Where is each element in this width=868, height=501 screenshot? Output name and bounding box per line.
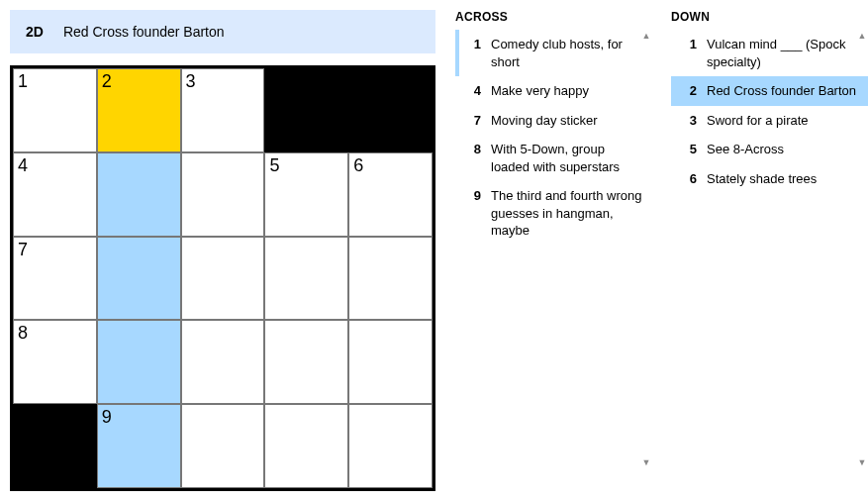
cell-number: 3 (186, 71, 196, 92)
grid-cell[interactable]: 5 (264, 152, 348, 237)
cell-number: 7 (18, 240, 28, 260)
cell-number: 8 (18, 323, 28, 344)
cell-number: 5 (269, 155, 279, 176)
clue-text: Sword for a pirate (707, 112, 861, 130)
grid-cell[interactable]: 2 (97, 68, 181, 152)
across-title: ACROSS (455, 10, 653, 24)
grid-cell[interactable]: 8 (13, 320, 97, 404)
clue-lists: ACROSS ▲ ▼ 1Comedy club hosts, for short… (455, 10, 868, 470)
clue-number: 7 (465, 112, 481, 130)
current-clue-text: Red Cross founder Barton (63, 24, 225, 40)
clue-text: Comedy club hosts, for short (491, 36, 645, 70)
clue-text: Stately shade trees (707, 170, 861, 188)
cell-number: 4 (18, 155, 28, 176)
grid-cell (13, 404, 97, 488)
clue-item[interactable]: 4Make very happy (455, 76, 653, 106)
down-title: DOWN (671, 10, 868, 24)
grid-cell[interactable]: 1 (13, 68, 97, 152)
clue-item[interactable]: 7Moving day sticker (455, 106, 653, 136)
grid-cell[interactable] (264, 320, 348, 404)
clue-item[interactable]: 3Sword for a pirate (671, 106, 868, 136)
clue-item[interactable]: 5See 8-Across (671, 135, 868, 164)
scroll-down-icon[interactable]: ▼ (856, 456, 868, 468)
clue-number: 2 (681, 82, 697, 100)
cell-number: 9 (102, 407, 112, 428)
clue-number: 4 (465, 82, 481, 100)
grid-cell[interactable]: 3 (181, 68, 265, 152)
clue-number: 1 (681, 36, 697, 70)
scroll-down-icon[interactable]: ▼ (640, 456, 652, 468)
across-column: ACROSS ▲ ▼ 1Comedy club hosts, for short… (455, 10, 653, 470)
grid-cell[interactable] (348, 404, 433, 488)
across-list[interactable]: ▲ ▼ 1Comedy club hosts, for short4Make v… (455, 30, 653, 470)
grid-cell[interactable] (348, 320, 433, 404)
clue-text: Make very happy (491, 82, 645, 100)
clue-number: 3 (681, 112, 697, 130)
grid-cell[interactable] (97, 320, 181, 404)
clue-item[interactable]: 1Comedy club hosts, for short (455, 30, 653, 76)
grid-cell[interactable] (181, 152, 265, 237)
grid-cell[interactable] (181, 320, 265, 404)
grid-cell[interactable] (181, 404, 265, 488)
grid-cell[interactable]: 7 (13, 237, 97, 321)
clue-number: 5 (681, 141, 697, 158)
crossword-grid: 123456789 (10, 65, 435, 491)
clue-number: 1 (465, 36, 481, 70)
clue-item[interactable]: 1Vulcan mind ___ (Spock specialty) (671, 30, 868, 76)
grid-cell[interactable] (348, 237, 433, 321)
clue-item[interactable]: 2Red Cross founder Barton (671, 76, 868, 106)
grid-cell[interactable] (264, 404, 348, 488)
clue-item[interactable]: 6Stately shade trees (671, 164, 868, 194)
cell-number: 2 (102, 71, 112, 92)
grid-cell[interactable]: 9 (97, 404, 181, 488)
clue-text: Moving day sticker (491, 112, 645, 130)
clue-item[interactable]: 9The third and fourth wrong guesses in h… (455, 181, 653, 246)
grid-cell[interactable] (264, 237, 348, 321)
clue-item[interactable]: 8With 5-Down, group loaded with supersta… (455, 135, 653, 181)
clue-number: 6 (681, 170, 697, 188)
grid-cell[interactable] (97, 237, 181, 321)
scroll-up-icon[interactable]: ▲ (856, 30, 868, 42)
cell-number: 6 (353, 155, 363, 176)
clue-text: Vulcan mind ___ (Spock specialty) (707, 36, 861, 70)
grid-cell[interactable]: 6 (348, 152, 433, 237)
clue-text: With 5-Down, group loaded with superstar… (491, 141, 645, 175)
scroll-up-icon[interactable]: ▲ (640, 30, 652, 42)
crossword-container: 2D Red Cross founder Barton 123456789 AC… (10, 10, 858, 491)
grid-cell[interactable] (181, 237, 265, 321)
current-clue-label: 2D (26, 24, 44, 40)
clue-text: Red Cross founder Barton (707, 82, 861, 100)
grid-cell[interactable]: 4 (13, 152, 97, 237)
clue-text: The third and fourth wrong guesses in ha… (491, 187, 645, 240)
down-list[interactable]: ▲ ▼ 1Vulcan mind ___ (Spock specialty)2R… (671, 30, 868, 470)
clue-number: 8 (465, 141, 481, 175)
grid-cell[interactable] (97, 152, 181, 237)
clue-text: See 8-Across (707, 141, 861, 158)
clue-number: 9 (465, 187, 481, 240)
cell-number: 1 (18, 71, 28, 92)
grid-cell (264, 68, 348, 152)
left-panel: 2D Red Cross founder Barton 123456789 (10, 10, 435, 491)
grid-cell (348, 68, 433, 152)
current-clue-bar[interactable]: 2D Red Cross founder Barton (10, 10, 435, 53)
down-column: DOWN ▲ ▼ 1Vulcan mind ___ (Spock special… (671, 10, 868, 470)
